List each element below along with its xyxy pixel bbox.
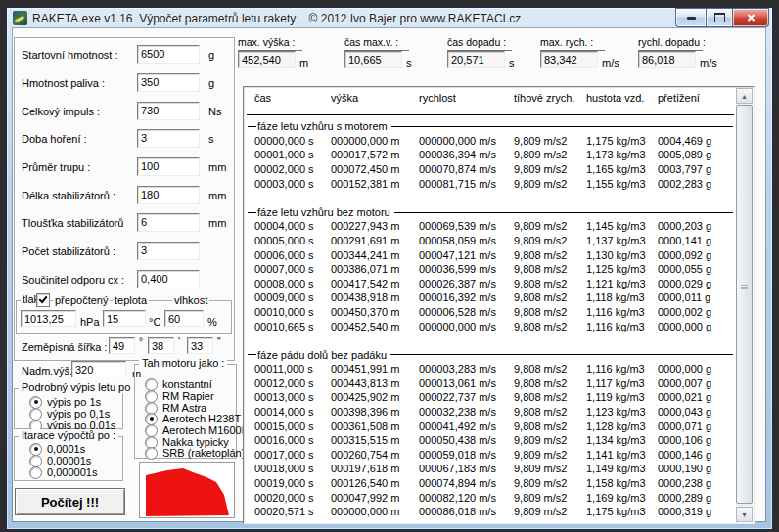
table-row[interactable]: 00005,000 s000291,691 m000058,059 m/s9,8… <box>245 234 736 248</box>
temperature-label: teplota <box>113 294 149 307</box>
temperature-input[interactable]: 15 <box>103 310 146 327</box>
cell-time: 00016,000 s <box>245 433 331 448</box>
radio-option[interactable]: 0,00001s <box>29 455 91 466</box>
cell-speed: 000067,183 m/s <box>419 462 514 476</box>
table-row[interactable]: 00010,665 s000452,540 m000000,000 m/s9,8… <box>245 320 736 334</box>
compute-button[interactable]: Počítej !!! <box>15 488 125 515</box>
cell-height: 000344,241 m <box>331 248 419 263</box>
table-row[interactable]: 00003,000 s000152,381 m000081,715 m/s9,8… <box>245 177 736 192</box>
table-row[interactable]: 00012,000 s000443,813 m000013,061 m/s9,8… <box>245 377 736 391</box>
radio-option[interactable]: 0,0001s <box>29 443 85 455</box>
cell-time: 00008,000 s <box>245 277 331 291</box>
field-unit: Ns <box>208 106 221 117</box>
radio-option[interactable]: konstantní <box>145 378 212 390</box>
close-button[interactable] <box>733 8 769 27</box>
radio-label: RM Rapier <box>162 390 214 402</box>
table-row[interactable]: 00020,571 s000000,000 m000086,018 m/s9,8… <box>245 505 736 519</box>
section-dash <box>248 212 256 213</box>
altitude-input[interactable]: 320 <box>71 361 126 377</box>
radio-option[interactable]: výpis po 0,1s <box>29 408 110 420</box>
field-input[interactable]: 6 <box>137 213 200 232</box>
input-field-row: Délka stabilizátorů : 180 mm <box>13 186 236 205</box>
app-window: RAKETA.exe v1.16 Výpočet parametrů letu … <box>6 7 773 530</box>
field-input[interactable]: 350 <box>137 73 200 92</box>
maximize-button[interactable] <box>706 8 733 27</box>
field-input[interactable]: 100 <box>137 157 200 176</box>
radio-option[interactable]: výpis po 1s <box>29 396 101 408</box>
scrollbar-thumb[interactable] <box>736 105 753 504</box>
table-section-header: fáze pádu dolů bez padáku <box>245 348 736 363</box>
scroll-down-icon[interactable]: ▼ <box>736 507 753 522</box>
cell-gravity: 9,808 m/s2 <box>514 290 586 305</box>
radio-icon <box>145 447 158 460</box>
table-row[interactable]: 00013,000 s000425,902 m000022,737 m/s9,8… <box>245 390 736 405</box>
latitude-deg-input[interactable]: 49 <box>109 337 135 354</box>
result-value: 83,342 <box>540 51 598 68</box>
table-row[interactable]: 00008,000 s000417,542 m000026,387 m/s9,8… <box>245 277 736 291</box>
field-input[interactable]: 3 <box>137 242 200 260</box>
table-row[interactable]: 00020,000 s000047,992 m000082,120 m/s9,8… <box>245 491 736 506</box>
cell-air-density: 1,128 kg/m3 <box>586 420 658 434</box>
cell-air-density: 1,175 kg/m3 <box>586 134 658 149</box>
recalculated-checkbox[interactable] <box>36 293 50 307</box>
table-row[interactable]: 00010,000 s000450,370 m000006,528 m/s9,8… <box>245 305 736 320</box>
radio-option[interactable]: SRB (raketoplán) <box>145 447 245 459</box>
section-title: fáze letu vzhůru bez motoru <box>256 206 394 218</box>
latitude-sec-unit: " <box>217 335 221 348</box>
cell-air-density: 1,123 kg/m3 <box>586 405 658 420</box>
result-field: čas max.v. : 10,665 s <box>344 28 452 77</box>
cell-height: 000425,902 m <box>331 390 419 405</box>
cell-speed: 000022,737 m/s <box>419 390 514 405</box>
result-value: 452,540 <box>238 51 296 68</box>
table-row[interactable]: 00001,000 s000017,572 m000036,394 m/s9,8… <box>245 148 736 162</box>
cell-gravity: 9,808 m/s2 <box>514 320 586 334</box>
input-field-row: Startovní hmotnost : 6500 g <box>13 45 236 65</box>
field-unit: mm <box>208 190 226 201</box>
table-row[interactable]: 00006,000 s000344,241 m000047,121 m/s9,8… <box>245 248 736 263</box>
field-unit: mm <box>208 217 226 229</box>
field-label: Součinitel odporu cx : <box>22 274 124 286</box>
table-row[interactable]: 00019,000 s000126,540 m000074,894 m/s9,8… <box>245 476 736 491</box>
field-input[interactable]: 180 <box>137 186 200 204</box>
table-row[interactable]: 00011,000 s000451,991 m000003,283 m/s9,8… <box>245 362 736 377</box>
result-unit: m/s <box>602 57 619 68</box>
cell-speed: 000081,715 m/s <box>419 177 514 192</box>
cell-gforce: 0000,000 g <box>658 362 736 377</box>
field-input[interactable]: 3 <box>137 129 200 148</box>
radio-option[interactable]: Aerotech M1600R <box>145 424 250 436</box>
field-input[interactable]: 0,400 <box>137 270 200 288</box>
section-dash <box>248 126 256 127</box>
radio-icon <box>29 396 42 409</box>
radio-option[interactable]: 0,000001s <box>29 466 97 478</box>
scrollbar[interactable]: ▲ ▼ <box>736 88 753 522</box>
titlebar[interactable]: RAKETA.exe v1.16 Výpočet parametrů letu … <box>7 8 772 28</box>
latitude-min-input[interactable]: 38 <box>148 337 174 354</box>
latitude-sec-input[interactable]: 33 <box>187 337 213 354</box>
minimize-button[interactable] <box>675 8 706 27</box>
table-row[interactable]: 00000,000 s000000,000 m000000,000 m/s9,8… <box>245 134 736 149</box>
cell-gravity: 9,809 m/s2 <box>514 134 586 149</box>
table-row[interactable]: 00004,000 s000227,943 m000069,539 m/s9,8… <box>245 219 736 234</box>
scroll-up-icon[interactable]: ▲ <box>736 88 753 104</box>
humidity-input[interactable]: 60 <box>164 310 204 327</box>
field-input[interactable]: 730 <box>137 102 200 120</box>
field-input[interactable]: 6500 <box>137 45 200 64</box>
table-row[interactable]: 00016,000 s000315,515 m000050,438 m/s9,8… <box>245 433 736 448</box>
cell-gforce: 0003,797 g <box>658 162 736 177</box>
table-row[interactable]: 00014,000 s000398,396 m000032,238 m/s9,8… <box>245 405 736 420</box>
table-row[interactable]: 00009,000 s000438,918 m000016,392 m/s9,8… <box>245 290 736 305</box>
radio-option[interactable]: RM Rapier <box>145 390 214 402</box>
cell-speed: 000013,061 m/s <box>419 377 514 391</box>
table-row[interactable]: 00007,000 s000386,071 m000036,599 m/s9,8… <box>245 262 736 277</box>
table-row[interactable]: 00017,000 s000260,754 m000059,018 m/s9,8… <box>245 448 736 463</box>
table-row[interactable]: 00002,000 s000072,450 m000070,874 m/s9,8… <box>245 162 736 177</box>
cell-time: 00012,000 s <box>245 377 331 391</box>
radio-option[interactable]: Aerotech H238T <box>145 413 241 424</box>
radio-label: Aerotech M1600R <box>162 424 250 436</box>
table-row[interactable]: 00015,000 s000361,508 m000041,492 m/s9,8… <box>245 420 736 434</box>
cell-speed: 000036,394 m/s <box>419 148 514 162</box>
table-section-header: fáze letu vzhůru bez motoru <box>245 205 736 220</box>
result-unit: m <box>299 57 308 68</box>
pressure-input[interactable]: 1013,25 <box>21 310 76 327</box>
table-row[interactable]: 00018,000 s000197,618 m000067,183 m/s9,8… <box>245 462 736 476</box>
